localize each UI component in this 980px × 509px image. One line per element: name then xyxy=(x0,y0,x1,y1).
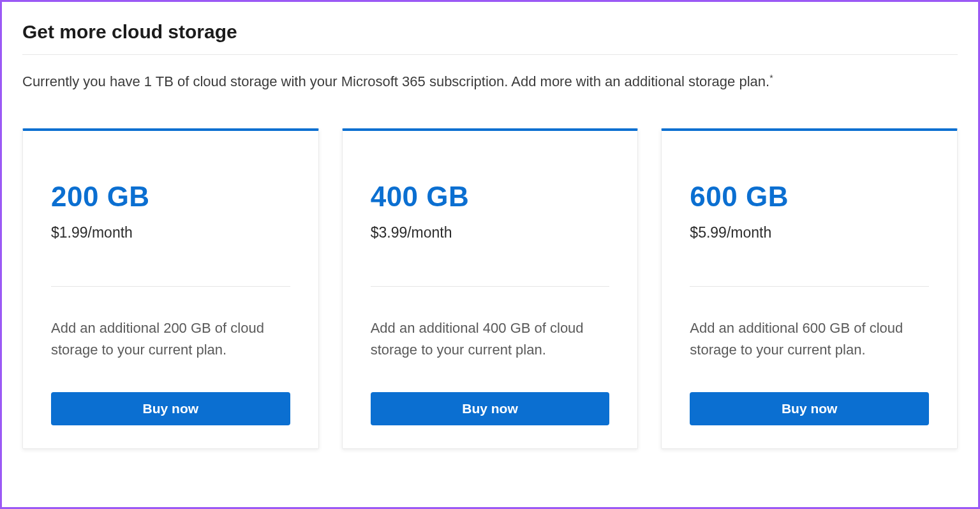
buy-now-button[interactable]: Buy now xyxy=(690,392,929,425)
page-subtitle: Currently you have 1 TB of cloud storage… xyxy=(22,73,958,90)
plan-price: $1.99/month xyxy=(51,224,290,241)
subtitle-text: Currently you have 1 TB of cloud storage… xyxy=(22,73,769,89)
buy-now-button[interactable]: Buy now xyxy=(371,392,610,425)
plan-size: 400 GB xyxy=(371,181,610,213)
plan-card-600gb: 600 GB $5.99/month Add an additional 600… xyxy=(661,128,958,448)
plan-description: Add an additional 200 GB of cloud storag… xyxy=(51,317,290,361)
plan-price: $3.99/month xyxy=(371,224,610,241)
plan-size: 600 GB xyxy=(690,181,929,213)
buy-now-button[interactable]: Buy now xyxy=(51,392,290,425)
plan-card-400gb: 400 GB $3.99/month Add an additional 400… xyxy=(342,128,639,448)
plan-divider xyxy=(51,286,290,287)
plan-description: Add an additional 600 GB of cloud storag… xyxy=(690,317,929,361)
page-title: Get more cloud storage xyxy=(22,21,958,55)
plan-divider xyxy=(371,286,610,287)
plan-card-200gb: 200 GB $1.99/month Add an additional 200… xyxy=(22,128,319,448)
plan-price: $5.99/month xyxy=(690,224,929,241)
footnote-marker: * xyxy=(769,73,773,83)
plans-row: 200 GB $1.99/month Add an additional 200… xyxy=(22,128,958,448)
plan-description: Add an additional 400 GB of cloud storag… xyxy=(371,317,610,361)
plan-size: 200 GB xyxy=(51,181,290,213)
plan-divider xyxy=(690,286,929,287)
